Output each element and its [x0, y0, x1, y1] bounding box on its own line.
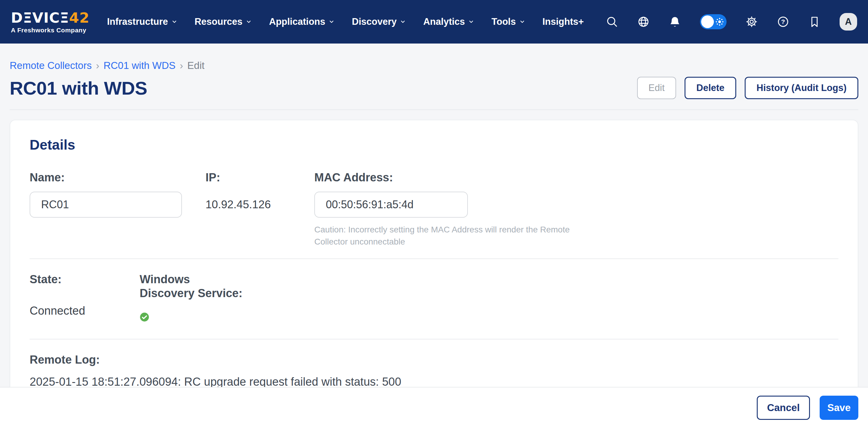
mac-address-input[interactable]: [314, 192, 468, 218]
nav-utility-icons: ? A: [606, 13, 857, 31]
mac-caution-text: Caution: Incorrectly setting the MAC Add…: [314, 224, 580, 247]
bookmark-icon[interactable]: [808, 16, 821, 28]
remote-log-label: Remote Log:: [30, 353, 838, 367]
nav-item-resources[interactable]: Resources: [195, 16, 252, 27]
avatar-initial: A: [845, 16, 852, 27]
edit-button[interactable]: Edit: [637, 77, 676, 99]
nav-item-infrastructure[interactable]: Infrastructure: [107, 16, 177, 27]
chevron-down-icon: [246, 19, 251, 25]
nav-item-label: Infrastructure: [107, 16, 168, 27]
bell-icon[interactable]: [669, 16, 681, 28]
divider: [30, 339, 838, 339]
state-value: Connected: [30, 304, 140, 317]
top-navigation-bar: DΞVICΞ42 A Freshworks Company Infrastruc…: [0, 0, 868, 43]
save-button[interactable]: Save: [819, 396, 858, 420]
remote-log-entry: 2025-01-15 18:51:27.096094: RC upgrade r…: [30, 375, 838, 387]
ip-value: 10.92.45.126: [206, 198, 314, 211]
wds-status-ok-icon: [140, 312, 838, 323]
breadcrumb-remote-collectors[interactable]: Remote Collectors: [10, 60, 92, 71]
gear-icon[interactable]: [745, 16, 758, 28]
breadcrumb: Remote Collectors › RC01 with WDS › Edit: [10, 60, 858, 71]
nav-item-applications[interactable]: Applications: [269, 16, 334, 27]
delete-button[interactable]: Delete: [685, 77, 736, 99]
sun-icon: [715, 17, 724, 26]
name-input[interactable]: [30, 192, 182, 218]
nav-item-label: Discovery: [352, 16, 397, 27]
breadcrumb-separator: ›: [96, 60, 99, 71]
user-avatar[interactable]: A: [840, 13, 857, 31]
nav-item-label: Tools: [491, 16, 516, 27]
cancel-button[interactable]: Cancel: [757, 396, 810, 420]
header-actions: Edit Delete History (Audit Logs): [637, 77, 858, 99]
details-section-title: Details: [30, 136, 838, 153]
breadcrumb-rc01[interactable]: RC01 with WDS: [103, 60, 175, 71]
ip-label: IP:: [206, 171, 314, 184]
logo-text: DΞVICΞ: [11, 9, 69, 26]
chevron-down-icon: [468, 19, 474, 25]
nav-item-label: Resources: [195, 16, 243, 27]
form-action-bar: Cancel Save: [0, 387, 868, 428]
nav-item-label: Analytics: [423, 16, 465, 27]
logo-42: 42: [69, 9, 89, 26]
svg-text:?: ?: [781, 18, 785, 25]
logo-wordmark: DΞVICΞ42: [11, 10, 89, 25]
search-icon[interactable]: [606, 16, 618, 28]
nav-item-tools[interactable]: Tools: [491, 16, 525, 27]
state-label: State:: [30, 272, 140, 301]
toggle-knob: [701, 16, 714, 28]
device42-logo[interactable]: DΞVICΞ42 A Freshworks Company: [11, 10, 89, 33]
nav-item-discovery[interactable]: Discovery: [352, 16, 406, 27]
main-content: Remote Collectors › RC01 with WDS › Edit…: [0, 43, 868, 387]
breadcrumb-current: Edit: [187, 60, 205, 71]
help-icon[interactable]: ?: [777, 16, 789, 28]
details-card: Details Name: IP: 10.92.45.126 MAC Addre…: [10, 120, 858, 387]
mac-address-label: MAC Address:: [314, 171, 838, 184]
nav-item-label: Insights+: [542, 16, 584, 27]
globe-icon[interactable]: [637, 16, 650, 28]
wds-label: Windows Discovery Service:: [140, 272, 245, 301]
chevron-down-icon: [172, 19, 177, 25]
breadcrumb-separator: ›: [180, 60, 183, 71]
main-menu: Infrastructure Resources Applications Di…: [107, 16, 584, 27]
nav-item-analytics[interactable]: Analytics: [423, 16, 474, 27]
details-fields-row: Name: IP: 10.92.45.126 MAC Address: Caut…: [30, 171, 838, 248]
nav-item-insights[interactable]: Insights+: [542, 16, 584, 27]
page-header: Remote Collectors › RC01 with WDS › Edit…: [10, 60, 858, 110]
chevron-down-icon: [400, 19, 406, 25]
name-label: Name:: [30, 171, 206, 184]
state-wds-values-row: Connected: [30, 304, 838, 323]
theme-toggle[interactable]: [700, 14, 726, 29]
history-audit-logs-button[interactable]: History (Audit Logs): [745, 77, 858, 99]
chevron-down-icon: [329, 19, 334, 25]
state-wds-labels-row: State: Windows Discovery Service:: [30, 272, 838, 301]
divider: [30, 258, 838, 259]
chevron-down-icon: [520, 19, 525, 25]
nav-item-label: Applications: [269, 16, 325, 27]
page-title: RC01 with WDS: [10, 78, 147, 99]
logo-tagline: A Freshworks Company: [11, 27, 89, 33]
